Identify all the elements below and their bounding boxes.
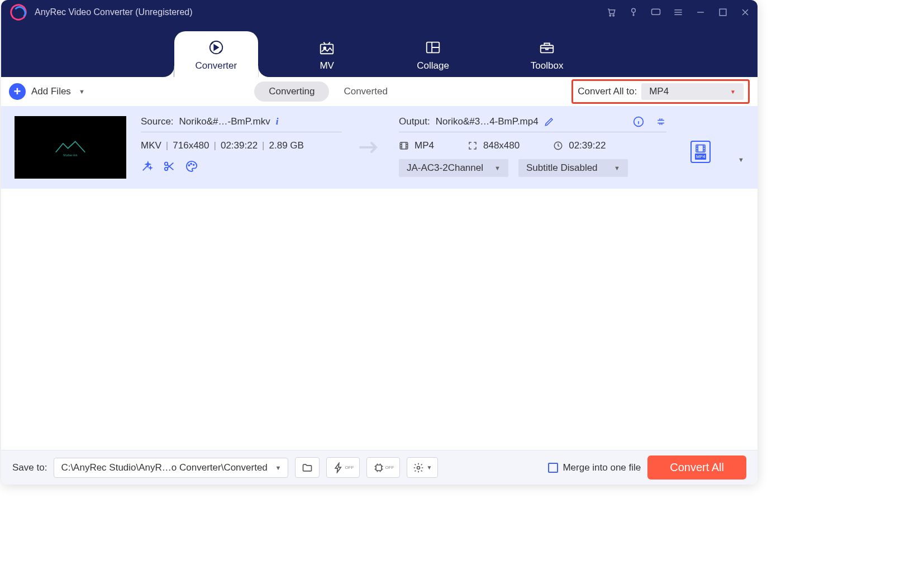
arrow-right-icon [359,141,382,154]
audio-track-select[interactable]: JA-AC3-2Channel ▼ [399,159,508,177]
convert-all-label: Convert All to: [578,86,637,97]
svg-point-12 [165,167,168,171]
plus-icon: + [9,83,26,100]
info-icon[interactable]: i [276,116,279,127]
tab-label: Converter [196,60,237,71]
convert-all-selector: Convert All to: MP4 ▼ [571,79,750,104]
convert-all-format-select[interactable]: MP4 ▼ [641,83,744,100]
chevron-down-icon: ▼ [494,165,501,171]
svg-point-0 [609,15,611,17]
nav-bar: Converter MV Collage Toolbox [1,25,758,77]
gear-icon [413,462,424,473]
svg-rect-4 [720,9,726,16]
file-list: Mother Ark Source: Noriko&#…-BmP.mkv i M… [1,106,758,189]
convert-icon [208,39,225,56]
lightning-off-button[interactable]: OFF [326,457,360,478]
toolbar: + Add Files ▼ Converting Converted Conve… [1,77,758,106]
close-icon[interactable] [740,7,751,18]
tab-toolbox[interactable]: Toolbox [509,31,585,77]
subtitle-select[interactable]: Subtitle Disabled ▼ [518,159,628,177]
source-size: 2.89 GB [269,140,304,151]
tab-label: Collage [417,60,449,71]
add-files-button[interactable]: + Add Files ▼ [9,83,85,100]
chevron-down-icon: ▼ [275,464,281,471]
filter-converted[interactable]: Converted [329,81,402,102]
svg-rect-17 [400,142,408,149]
toolbox-icon [539,39,555,56]
settings-button[interactable]: ▼ [407,457,438,478]
file-item: Mother Ark Source: Noriko&#…-BmP.mkv i M… [1,106,758,189]
save-path-select[interactable]: C:\AnyRec Studio\AnyR…o Converter\Conver… [54,458,288,478]
tab-mv[interactable]: MV [297,31,356,77]
collage-icon [425,39,441,56]
gpu-off-button[interactable]: OFF [366,457,400,478]
svg-point-2 [632,8,636,12]
minimize-icon[interactable] [695,7,706,18]
scissors-icon[interactable] [163,160,175,172]
merge-label: Merge into one file [563,462,641,473]
output-duration: 02:39:22 [569,140,606,151]
svg-point-14 [190,164,192,165]
divider [399,132,666,132]
filter-converting[interactable]: Converting [254,81,329,102]
convert-all-button[interactable]: Convert All [647,455,746,479]
source-format: MKV [141,140,161,151]
svg-point-11 [165,162,168,166]
merge-checkbox[interactable]: Merge into one file [548,462,641,473]
arrow-column [356,116,384,154]
palette-icon[interactable] [185,160,198,172]
source-label: Source: [141,116,174,127]
source-resolution: 716x480 [173,140,209,151]
output-label: Output: [399,116,430,127]
tab-collage[interactable]: Collage [396,31,470,77]
menu-icon[interactable] [673,7,684,18]
open-folder-button[interactable] [295,457,320,478]
window-title: AnyRec Video Converter (Unregistered) [35,7,193,17]
svg-point-13 [189,165,190,166]
divider [141,132,342,132]
folder-icon [301,462,313,473]
chevron-down-icon: ▼ [426,464,432,471]
chevron-down-icon: ▼ [614,165,620,171]
maximize-icon[interactable] [717,7,728,18]
format-value: MP4 [649,86,669,97]
info-circle-icon[interactable] [633,116,644,127]
save-to-label: Save to: [12,462,47,473]
compress-icon[interactable] [655,116,666,127]
feedback-icon[interactable] [650,7,661,18]
video-thumbnail[interactable]: Mother Ark [15,116,126,179]
edit-icon[interactable] [544,117,554,127]
tab-label: MV [320,60,334,71]
svg-point-15 [193,164,194,165]
audio-value: JA-AC3-2Channel [407,162,483,174]
expand-icon [468,141,478,151]
chevron-down-icon: ▼ [79,88,85,95]
output-format: MP4 [415,140,434,151]
chevron-down-icon[interactable]: ▼ [738,132,744,163]
clock-icon [553,141,563,151]
svg-rect-20 [376,465,382,471]
output-filename: Noriko&#3…4-BmP.mp4 [436,116,539,127]
svg-point-21 [417,466,420,469]
chip-icon [373,462,385,473]
subtitle-value: Subtitle Disabled [526,162,598,174]
tab-converter[interactable]: Converter [174,31,259,77]
output-column: Output: Noriko&#3…4-BmP.mp4 MP4 [399,116,666,177]
mv-icon [318,39,335,56]
film-icon [399,141,409,151]
output-resolution: 848x480 [483,140,520,151]
source-column: Source: Noriko&#…-BmP.mkv i MKV| 716x480… [141,116,342,172]
key-icon[interactable] [628,7,639,18]
format-ext: MP4 [695,154,706,160]
cart-icon[interactable] [606,7,617,18]
magic-wand-icon[interactable] [141,160,153,172]
svg-text:Mother Ark: Mother Ark [63,154,78,157]
bottom-bar: Save to: C:\AnyRec Studio\AnyR…o Convert… [1,450,758,485]
save-path-value: C:\AnyRec Studio\AnyR…o Converter\Conver… [61,462,267,473]
title-bar: AnyRec Video Converter (Unregistered) [1,0,758,25]
tab-label: Toolbox [531,60,564,71]
output-format-badge[interactable]: MP4 [690,141,711,163]
svg-point-1 [613,15,615,17]
chevron-down-icon: ▼ [730,89,736,95]
lightning-icon [332,462,345,473]
